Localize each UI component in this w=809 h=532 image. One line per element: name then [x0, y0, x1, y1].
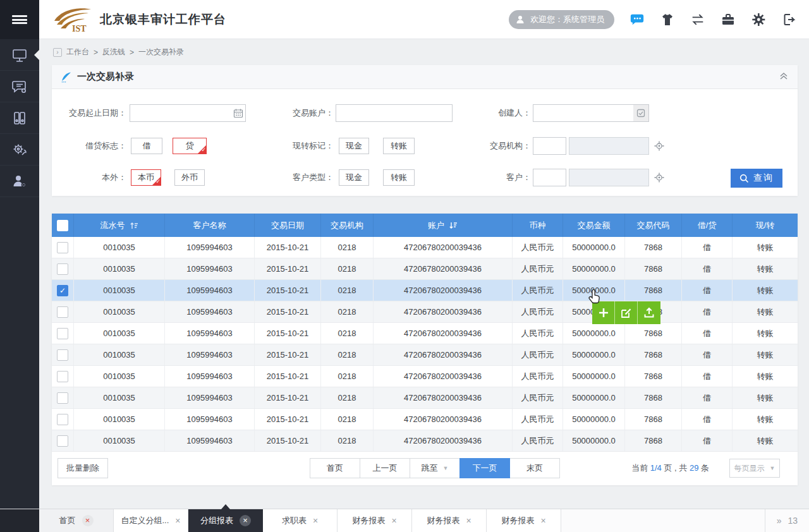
table-row[interactable]: 001003510959946032015-10-210218472067802…: [52, 387, 798, 409]
table-row[interactable]: 001003510959946032015-10-210218472067802…: [52, 430, 798, 452]
table-row[interactable]: 001003510959946032015-10-210218472067802…: [52, 366, 798, 387]
bottom-tab[interactable]: 求职表×: [263, 509, 338, 532]
select-all-checkbox[interactable]: [57, 220, 68, 231]
tab-overflow-button[interactable]: » 13: [765, 509, 809, 532]
collapse-button[interactable]: [779, 71, 789, 83]
user-icon: [515, 15, 525, 25]
logout-button[interactable]: [781, 12, 796, 27]
bottom-tab[interactable]: 财务报表×: [338, 509, 412, 532]
hamburger-menu-button[interactable]: [0, 0, 39, 39]
sidebar-item-users[interactable]: [0, 166, 39, 197]
column-customer-name[interactable]: 客户名称: [165, 214, 255, 237]
sort-desc-icon[interactable]: [449, 221, 458, 230]
table-cell: 转账: [733, 409, 798, 430]
row-checkbox[interactable]: [57, 306, 68, 318]
org-picker-crosshair-icon[interactable]: [654, 141, 664, 154]
sort-asc-icon[interactable]: [130, 221, 138, 230]
creator-input[interactable]: [533, 104, 634, 122]
column-trade-code[interactable]: 交易代码: [625, 214, 682, 237]
customer-picker-crosshair-icon[interactable]: [654, 172, 664, 185]
search-button[interactable]: 查询: [731, 169, 782, 188]
row-checkbox[interactable]: [57, 242, 68, 253]
bottom-tab[interactable]: 自定义分组...×: [114, 509, 188, 532]
table-row[interactable]: 001003510959946032015-10-210218472067802…: [52, 323, 798, 344]
column-serial[interactable]: 流水号: [74, 214, 165, 237]
sidebar-item-workbench[interactable]: [0, 39, 39, 71]
close-icon[interactable]: ×: [175, 516, 180, 525]
add-button[interactable]: [592, 301, 615, 324]
table-row[interactable]: 001003510959946032015-10-210218472067802…: [52, 258, 798, 280]
tab-label: 分组报表: [200, 515, 233, 526]
theme-button[interactable]: [660, 12, 675, 27]
table-row[interactable]: 001003510959946032015-10-210218472067802…: [52, 237, 798, 258]
table-cell: 7868: [625, 409, 682, 430]
table-row[interactable]: 001003510959946032015-10-210218472067802…: [52, 344, 798, 366]
toggle-cash[interactable]: 现金: [339, 138, 369, 154]
row-checkbox[interactable]: [57, 414, 68, 425]
row-checkbox[interactable]: [57, 392, 68, 404]
close-icon[interactable]: ×: [313, 516, 318, 525]
upload-button[interactable]: [638, 301, 660, 324]
messages-button[interactable]: [630, 12, 645, 27]
quill-icon: [61, 71, 72, 83]
table-row[interactable]: ✓001003510959946032015-10-21021847206780…: [52, 280, 798, 301]
next-page-button[interactable]: 下一页: [459, 458, 510, 478]
column-cash-flag[interactable]: 现/转: [733, 214, 798, 237]
sidebar-item-settings[interactable]: [0, 134, 39, 166]
jump-to-button[interactable]: 跳至 ▼: [410, 458, 460, 478]
breadcrumb-item-workbench[interactable]: 工作台: [66, 47, 89, 57]
row-checkbox[interactable]: ✓: [57, 285, 68, 296]
settings-button[interactable]: [751, 12, 766, 27]
row-checkbox[interactable]: [57, 349, 68, 361]
toggle-foreign-currency[interactable]: 外币: [174, 169, 205, 186]
column-currency[interactable]: 币种: [513, 214, 563, 237]
batch-delete-button[interactable]: 批量删除: [58, 458, 108, 478]
toggle-transfer[interactable]: 转账: [383, 138, 415, 154]
creator-check-button[interactable]: [633, 104, 649, 122]
customer-code-input[interactable]: [533, 169, 566, 186]
sidebar-item-archives[interactable]: [0, 102, 39, 134]
close-icon[interactable]: ×: [240, 515, 251, 526]
page-size-select[interactable]: 每页显示 ▼: [729, 459, 780, 478]
column-trade-date[interactable]: 交易日期: [255, 214, 321, 237]
table-cell: 2015-10-21: [255, 323, 321, 344]
sidebar-item-messages[interactable]: [0, 71, 39, 102]
last-page-button[interactable]: 末页: [509, 458, 560, 478]
first-page-button[interactable]: 首页: [310, 458, 360, 478]
row-checkbox[interactable]: [57, 263, 68, 275]
breadcrumb-item-aml[interactable]: 反洗钱: [102, 47, 125, 57]
prev-page-button[interactable]: 上一页: [360, 458, 410, 478]
edit-button[interactable]: [615, 301, 638, 324]
row-checkbox[interactable]: [57, 371, 68, 382]
toggle-credit[interactable]: 贷: [173, 138, 207, 154]
calendar-icon[interactable]: [233, 108, 243, 121]
row-checkbox[interactable]: [57, 328, 68, 339]
toggle-customer-transfer[interactable]: 转账: [383, 169, 415, 186]
table-cell: 2015-10-21: [255, 409, 321, 430]
toggle-customer-cash[interactable]: 现金: [339, 169, 369, 186]
trade-org-code-input[interactable]: [533, 137, 566, 155]
column-loan-flag[interactable]: 借/贷: [682, 214, 733, 237]
table-row[interactable]: 001003510959946032015-10-210218472067802…: [52, 301, 798, 323]
close-icon[interactable]: ×: [466, 516, 471, 525]
row-checkbox[interactable]: [57, 435, 68, 447]
column-trade-org[interactable]: 交易机构: [321, 214, 374, 237]
date-range-input[interactable]: [130, 104, 246, 122]
bottom-tab[interactable]: 财务报表×: [487, 509, 561, 532]
bottom-tab[interactable]: 分组报表×: [188, 509, 263, 532]
close-icon[interactable]: ×: [391, 516, 396, 525]
switch-button[interactable]: [690, 12, 705, 27]
bottom-tab[interactable]: 财务报表×: [412, 509, 487, 532]
toggle-local-currency[interactable]: 本币: [131, 169, 161, 186]
trade-account-input[interactable]: [336, 104, 453, 122]
user-greeting-pill[interactable]: 欢迎您：系统管理员: [509, 10, 614, 29]
close-icon[interactable]: ×: [540, 516, 545, 525]
table-row[interactable]: 001003510959946032015-10-210218472067802…: [52, 409, 798, 430]
bottom-tab[interactable]: 首页×: [39, 509, 114, 532]
table-cell: 50000000.0: [563, 430, 625, 451]
close-icon[interactable]: ×: [82, 515, 94, 526]
toolbox-button[interactable]: [721, 12, 736, 27]
toggle-debit[interactable]: 借: [131, 138, 162, 154]
column-account[interactable]: 账户: [374, 214, 513, 237]
column-amount[interactable]: 交易金额: [563, 214, 625, 237]
